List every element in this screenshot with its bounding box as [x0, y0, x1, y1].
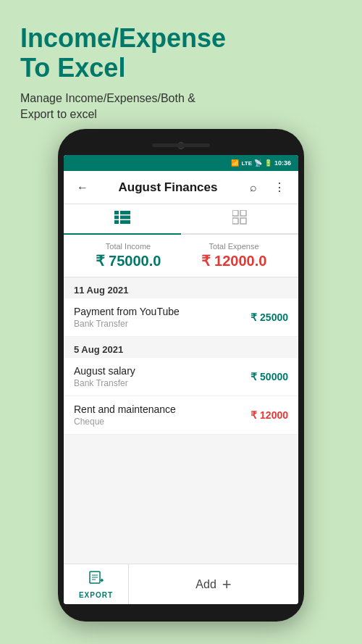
transaction-name: Payment from YouTube	[74, 306, 180, 317]
list-item[interactable]: August salary Bank Transfer ₹ 50000	[64, 358, 298, 396]
expense-amount: ₹ 12000.0	[201, 252, 267, 269]
time-display: 10:36	[274, 159, 291, 167]
app-bar: ← August Finances ⌕ ⋮	[64, 171, 298, 204]
phone-speaker	[152, 143, 210, 147]
phone-screen: 📶 LTE 📡 🔋 10:36 ← August Finances ⌕ ⋮	[64, 155, 298, 604]
battery-icon: 🔋	[264, 159, 272, 167]
back-button[interactable]: ←	[72, 177, 93, 198]
status-icons: 📶 LTE 📡 🔋 10:36	[231, 159, 291, 167]
svg-rect-7	[240, 210, 246, 216]
search-button[interactable]: ⌕	[243, 177, 264, 198]
expense-label: Total Expense	[209, 242, 258, 251]
transaction-name: Rent and maintenance	[74, 403, 176, 415]
list-item[interactable]: Rent and maintenance Cheque ₹ 12000	[64, 396, 298, 435]
svg-rect-9	[240, 218, 246, 224]
date-header-2: 5 Aug 2021	[64, 337, 298, 358]
transaction-method: Bank Transfer	[74, 319, 180, 329]
lte-icon: LTE	[241, 160, 252, 167]
signal-icon: 📶	[231, 159, 239, 167]
date-header-1: 11 Aug 2021	[64, 277, 298, 298]
tabs-row	[64, 204, 298, 235]
list-view-icon	[114, 211, 130, 227]
transaction-amount: ₹ 12000	[251, 409, 288, 421]
expense-summary: Total Expense ₹ 12000.0	[181, 242, 287, 269]
transaction-amount: ₹ 25000	[251, 311, 288, 323]
screen-title: August Finances	[98, 180, 237, 195]
svg-rect-2	[114, 215, 119, 219]
transaction-method: Bank Transfer	[74, 378, 135, 388]
transaction-info: Rent and maintenance Cheque	[74, 403, 176, 427]
add-plus-icon: +	[222, 575, 232, 594]
transaction-list: 11 Aug 2021 Payment from YouTube Bank Tr…	[64, 277, 298, 564]
app-subtitle: Manage Income/Expenses/Both &Export to e…	[20, 91, 342, 123]
svg-rect-3	[120, 215, 130, 219]
summary-row: Total Income ₹ 75000.0 Total Expense ₹ 1…	[64, 235, 298, 277]
background: Income/ExpenseTo Excel Manage Income/Exp…	[0, 0, 362, 135]
transaction-amount: ₹ 50000	[251, 371, 288, 382]
income-amount: ₹ 75000.0	[96, 252, 161, 269]
app-title: Income/ExpenseTo Excel	[20, 23, 342, 83]
list-item[interactable]: Payment from YouTube Bank Transfer ₹ 250…	[64, 298, 298, 337]
status-bar: 📶 LTE 📡 🔋 10:36	[64, 155, 298, 171]
export-button[interactable]: EXPORT	[64, 564, 129, 604]
svg-rect-0	[114, 211, 119, 214]
tab-list[interactable]	[64, 204, 181, 233]
income-label: Total Income	[106, 242, 151, 251]
tab-grid[interactable]	[181, 204, 298, 233]
phone-shell: 📶 LTE 📡 🔋 10:36 ← August Finances ⌕ ⋮	[58, 129, 304, 622]
add-label: Add	[195, 578, 216, 591]
transaction-info: Payment from YouTube Bank Transfer	[74, 306, 180, 329]
more-button[interactable]: ⋮	[269, 177, 290, 198]
income-summary: Total Income ₹ 75000.0	[75, 242, 181, 269]
add-button[interactable]: Add +	[129, 564, 298, 604]
bottom-bar: EXPORT Add +	[64, 564, 298, 604]
wifi-icon: 📡	[254, 159, 262, 167]
svg-rect-4	[114, 220, 119, 224]
grid-view-icon	[232, 210, 247, 228]
transaction-name: August salary	[74, 365, 135, 377]
transaction-info: August salary Bank Transfer	[74, 365, 135, 388]
svg-rect-8	[232, 218, 238, 224]
export-icon	[88, 570, 104, 590]
svg-rect-5	[120, 220, 130, 224]
svg-rect-1	[120, 211, 130, 214]
transaction-method: Cheque	[74, 417, 176, 427]
export-label: EXPORT	[79, 591, 113, 599]
svg-rect-6	[232, 210, 238, 216]
phone-notch	[64, 138, 298, 154]
promo-section: Income/ExpenseTo Excel Manage Income/Exp…	[0, 0, 362, 135]
